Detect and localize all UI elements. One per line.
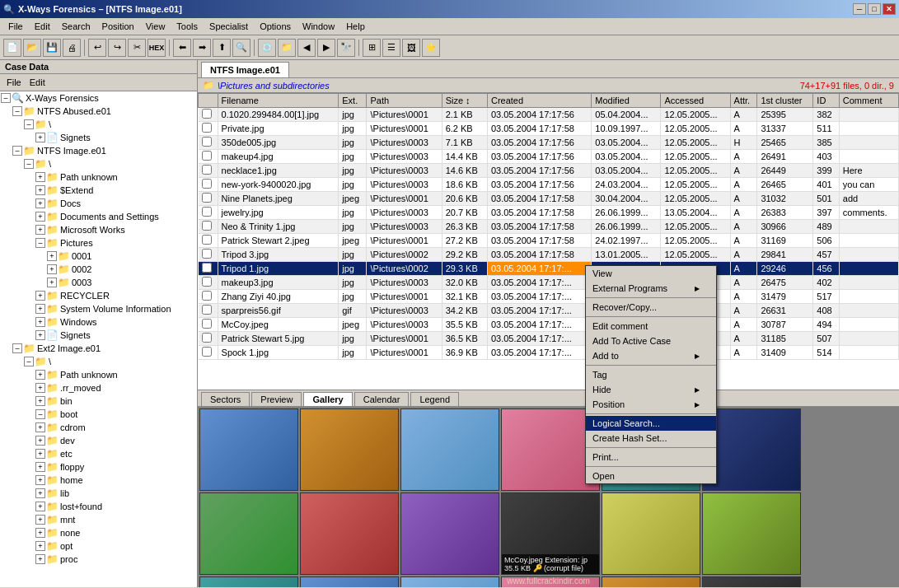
titlebar-buttons[interactable]: ─ □ ✕ xyxy=(853,3,896,15)
menu-edit[interactable]: Edit xyxy=(30,20,55,33)
tree-expand-btn[interactable]: + xyxy=(35,449,45,459)
table-row[interactable]: Tripod 1.jpgjpg\Pictures\000229.3 KB03.0… xyxy=(199,262,899,276)
tree-expand-btn[interactable]: + xyxy=(35,198,45,208)
gallery-thumb[interactable] xyxy=(501,576,600,587)
tree-item[interactable]: +📁Path unknown xyxy=(0,368,197,381)
tree-item[interactable]: –📁Pictures xyxy=(0,236,197,250)
toolbar-up[interactable]: ⬆ xyxy=(213,39,231,57)
tree-expand-btn[interactable]: + xyxy=(35,475,45,485)
tree-expand-btn[interactable]: – xyxy=(12,146,22,156)
row-checkbox[interactable] xyxy=(202,179,212,189)
tree-item[interactable]: +📁mnt xyxy=(0,513,197,526)
row-checkbox[interactable] xyxy=(202,207,212,217)
toolbar-print[interactable]: 🖨 xyxy=(63,39,81,57)
context-menu-item[interactable]: View xyxy=(586,266,716,281)
context-menu-item[interactable]: Edit comment xyxy=(586,319,716,334)
row-checkbox[interactable] xyxy=(202,137,212,147)
tree-item[interactable]: +📁.rr_moved xyxy=(0,381,197,394)
tree-item[interactable]: –📁NTFS Abused.e01 xyxy=(0,105,197,118)
toolbar-thumb[interactable]: 🖼 xyxy=(402,39,420,57)
tree-item[interactable]: +📄Signets xyxy=(0,329,197,342)
toolbar-binoculars[interactable]: 🔭 xyxy=(337,39,355,57)
tree-item[interactable]: +📁cdrom xyxy=(0,421,197,434)
tree-item[interactable]: +📄Signets xyxy=(0,131,197,144)
col-cluster[interactable]: 1st cluster xyxy=(757,94,813,108)
context-menu-item[interactable]: Print... xyxy=(586,450,716,464)
toolbar-folder[interactable]: 📁 xyxy=(278,39,296,57)
context-menu[interactable]: ViewExternal ProgramsRecover/Copy...Edit… xyxy=(585,265,717,484)
tree-expand-btn[interactable]: – xyxy=(12,106,22,116)
row-checkbox[interactable] xyxy=(202,291,212,301)
menu-tools[interactable]: Tools xyxy=(171,20,203,33)
toolbar-redo[interactable]: ↪ xyxy=(108,39,126,57)
tree-item[interactable]: –📁boot xyxy=(0,408,197,421)
menu-options[interactable]: Options xyxy=(255,20,296,33)
toolbar-save[interactable]: 💾 xyxy=(43,39,61,57)
menu-file[interactable]: File xyxy=(3,20,28,33)
gallery-thumb[interactable] xyxy=(400,408,499,491)
row-checkbox[interactable] xyxy=(202,235,212,245)
row-checkbox[interactable] xyxy=(202,347,212,357)
menu-help[interactable]: Help xyxy=(341,20,370,33)
tree-item[interactable]: +📁dev xyxy=(0,434,197,447)
table-row[interactable]: jewelry.jpgjpg\Pictures\000320.7 KB03.05… xyxy=(199,206,899,220)
tree-item[interactable]: –📁\ xyxy=(0,355,197,368)
row-checkbox[interactable] xyxy=(202,305,212,315)
menu-search[interactable]: Search xyxy=(57,20,96,33)
tree-item[interactable]: –🔍X-Ways Forensics xyxy=(0,91,197,105)
col-attr[interactable]: Attr. xyxy=(730,94,757,108)
tree-item[interactable]: +📁$Extend xyxy=(0,184,197,197)
gallery-thumb[interactable] xyxy=(702,576,801,587)
tree-expand-btn[interactable]: + xyxy=(47,278,57,287)
tree-item[interactable]: +📁Windows xyxy=(0,315,197,329)
tree-item[interactable]: +📁RECYCLER xyxy=(0,289,197,302)
menu-position[interactable]: Position xyxy=(97,20,139,33)
toolbar-star[interactable]: ⭐ xyxy=(422,39,440,57)
col-ext[interactable]: Ext. xyxy=(339,94,367,108)
tree-item[interactable]: –📁\ xyxy=(0,157,197,170)
tree-expand-btn[interactable]: + xyxy=(47,251,57,261)
toolbar-search[interactable]: 🔍 xyxy=(232,39,251,57)
tree-expand-btn[interactable]: + xyxy=(35,370,45,380)
context-menu-item[interactable]: Hide xyxy=(586,382,716,397)
tree-item[interactable]: +📁floppy xyxy=(0,460,197,474)
tab-preview[interactable]: Preview xyxy=(251,392,302,406)
tree-expand-btn[interactable]: – xyxy=(1,93,11,103)
minimize-button[interactable]: ─ xyxy=(853,3,866,15)
table-row[interactable]: Tripod 3.jpgjpg\Pictures\000229.2 KB03.0… xyxy=(199,248,899,262)
main-tab[interactable]: NTFS Image.e01 xyxy=(201,62,289,77)
table-row[interactable]: sparpreis56.gifgif\Pictures\000334.2 KB0… xyxy=(199,304,899,318)
tree-item[interactable]: +📁System Volume Information xyxy=(0,302,197,315)
tree-item[interactable]: +📁Docs xyxy=(0,197,197,210)
tree-item[interactable]: +📁lost+found xyxy=(0,500,197,513)
gallery-thumb[interactable] xyxy=(400,576,499,587)
tree-expand-btn[interactable]: + xyxy=(35,225,45,235)
toolbar-nav-fwd[interactable]: ▶ xyxy=(317,39,335,57)
table-row[interactable]: McCoy.jpegjpeg\Pictures\000335.5 KB03.05… xyxy=(199,318,899,332)
row-checkbox[interactable] xyxy=(202,165,212,175)
tree-item[interactable]: +📁Documents and Settings xyxy=(0,210,197,223)
tree-expand-btn[interactable]: + xyxy=(35,515,45,525)
tree-expand-btn[interactable]: + xyxy=(35,541,45,551)
context-menu-item[interactable]: Logical Search... xyxy=(586,416,716,431)
case-file-menu[interactable]: File xyxy=(3,76,25,89)
table-row[interactable]: makeup3.jpgjpg\Pictures\000332.0 KB03.05… xyxy=(199,276,899,290)
col-id[interactable]: ID xyxy=(813,94,839,108)
tree-expand-btn[interactable]: – xyxy=(24,357,34,366)
col-filename[interactable]: Filename xyxy=(218,94,339,108)
context-menu-item[interactable]: Recover/Copy... xyxy=(586,300,716,315)
gallery-thumb[interactable]: McCoy.jpeg Extension: jp 35.5 KB 🔑 (corr… xyxy=(501,492,600,575)
tree-item[interactable]: –📁Ext2 Image.e01 xyxy=(0,342,197,355)
maximize-button[interactable]: □ xyxy=(868,3,881,15)
tree-expand-btn[interactable]: + xyxy=(35,291,45,301)
gallery-thumb[interactable] xyxy=(702,492,801,575)
context-menu-item[interactable]: External Programs xyxy=(586,281,716,296)
tab-calendar[interactable]: Calendar xyxy=(354,392,410,406)
table-row[interactable]: 0.1020.299484.00[1].jpgjpg\Pictures\0001… xyxy=(199,108,899,122)
toolbar-disk[interactable]: 💿 xyxy=(258,39,276,57)
gallery-thumb[interactable] xyxy=(602,492,700,575)
tree-expand-btn[interactable]: + xyxy=(35,330,45,340)
col-accessed[interactable]: Accessed xyxy=(661,94,730,108)
toolbar-cut[interactable]: ✂ xyxy=(128,39,146,57)
tree-expand-btn[interactable]: + xyxy=(35,528,45,538)
